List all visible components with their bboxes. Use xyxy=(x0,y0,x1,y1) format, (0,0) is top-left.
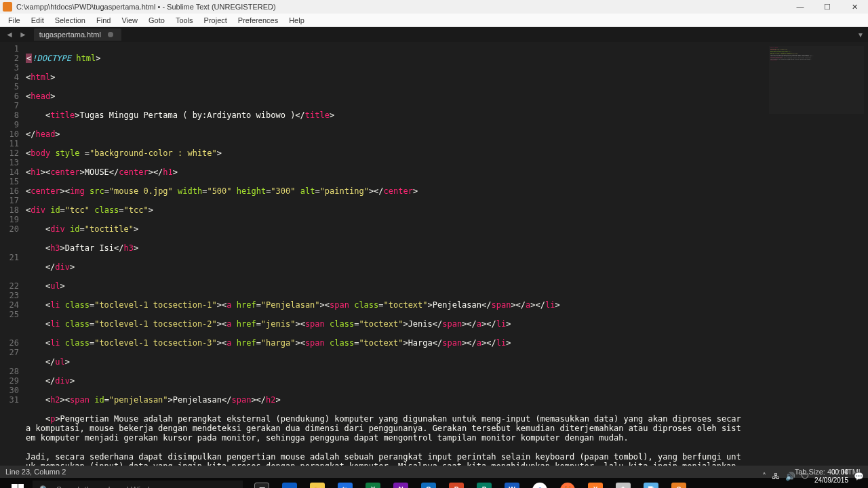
menu-bar: File Edit Selection Find View Goto Tools… xyxy=(0,14,868,27)
app-icon xyxy=(3,2,12,12)
outlook-icon[interactable]: O xyxy=(415,478,442,488)
search-icon: 🔍 xyxy=(39,485,50,489)
menu-selection[interactable]: Selection xyxy=(50,16,91,24)
menu-preferences[interactable]: Preferences xyxy=(233,16,283,24)
onenote-icon[interactable]: N xyxy=(387,478,414,488)
window-titlebar: C:\xampp\htdocs\PWD\tugaspertama.html • … xyxy=(0,0,868,14)
window-close-button[interactable]: ✕ xyxy=(841,0,868,14)
excel-icon[interactable]: X xyxy=(359,478,387,488)
tab-dirty-dot-icon xyxy=(108,32,113,37)
nav-back-button[interactable]: ◄ xyxy=(3,30,16,39)
windows-logo-icon xyxy=(12,484,24,489)
store-icon[interactable]: 🛍 xyxy=(332,478,359,488)
nav-forward-button[interactable]: ► xyxy=(16,30,30,39)
menu-help[interactable]: Help xyxy=(283,16,310,24)
status-bar: Line 23, Column 2 Tab Size: 4 HTML xyxy=(0,466,868,478)
tray-volume-icon[interactable]: 🔊 xyxy=(785,472,795,481)
sublime-icon[interactable]: S xyxy=(665,478,692,488)
editor-area[interactable]: 12345 678910 1112131415 16171819 20 21 2… xyxy=(0,42,868,466)
edge-icon[interactable]: e xyxy=(276,478,303,488)
taskview-icon[interactable]: ◧ xyxy=(248,478,275,488)
file-tab-tugaspertama[interactable]: tugaspertama.html xyxy=(34,28,121,41)
menu-tools[interactable]: Tools xyxy=(170,16,199,24)
window-maximize-button[interactable]: ☐ xyxy=(814,0,841,14)
system-tray[interactable]: ˄ 🖧 🔊 🛡 00:00 24/09/2015 💬 xyxy=(762,464,864,488)
tray-lang-icon[interactable]: 🛡 xyxy=(801,472,809,481)
menu-project[interactable]: Project xyxy=(199,16,233,24)
search-placeholder: Search the web and Windows xyxy=(56,485,164,489)
recycle-bin-icon[interactable]: 🗑 xyxy=(610,478,637,488)
publisher-icon[interactable]: P xyxy=(471,478,498,488)
line-number-gutter[interactable]: 12345 678910 1112131415 16171819 20 21 2… xyxy=(0,42,26,466)
xampp-icon[interactable]: X xyxy=(582,478,609,488)
tray-clock[interactable]: 00:00 24/09/2015 xyxy=(814,468,848,485)
tray-notifications-icon[interactable]: 💬 xyxy=(854,472,864,481)
code-content[interactable]: <!DOCTYPE html> <html> <head> <title>Tug… xyxy=(26,42,868,466)
tab-label: tugaspertama.html xyxy=(39,30,101,39)
menu-view[interactable]: View xyxy=(116,16,143,24)
word-icon[interactable]: W xyxy=(498,478,526,488)
tray-network-icon[interactable]: 🖧 xyxy=(772,472,780,481)
tray-chevron-up-icon[interactable]: ˄ xyxy=(762,472,766,481)
tab-dropdown-button[interactable]: ▼ xyxy=(857,31,864,39)
tab-bar: ◄ ► tugaspertama.html ▼ xyxy=(0,27,868,42)
start-button[interactable] xyxy=(3,478,33,488)
window-minimize-button[interactable]: — xyxy=(787,0,814,14)
minimap[interactable]: <!DOCTYPE html> <html><head> <title>Tuga… xyxy=(769,46,864,114)
taskbar-search-box[interactable]: 🔍 Search the web and Windows xyxy=(33,481,243,489)
menu-file[interactable]: File xyxy=(3,16,26,24)
notepad-icon[interactable]: 📄 xyxy=(637,478,665,488)
menu-edit[interactable]: Edit xyxy=(26,16,50,24)
menu-goto[interactable]: Goto xyxy=(143,16,170,24)
menu-find[interactable]: Find xyxy=(91,16,116,24)
chrome-icon[interactable]: ◉ xyxy=(526,478,553,488)
windows-taskbar: 🔍 Search the web and Windows ◧ e 📁 🛍 X N… xyxy=(0,478,868,488)
status-cursor-position[interactable]: Line 23, Column 2 xyxy=(5,468,66,476)
file-explorer-icon[interactable]: 📁 xyxy=(304,478,331,488)
window-title: C:\xampp\htdocs\PWD\tugaspertama.html • … xyxy=(16,3,276,11)
powerpoint-icon[interactable]: P xyxy=(443,478,470,488)
firefox-icon[interactable]: 🦊 xyxy=(554,478,581,488)
